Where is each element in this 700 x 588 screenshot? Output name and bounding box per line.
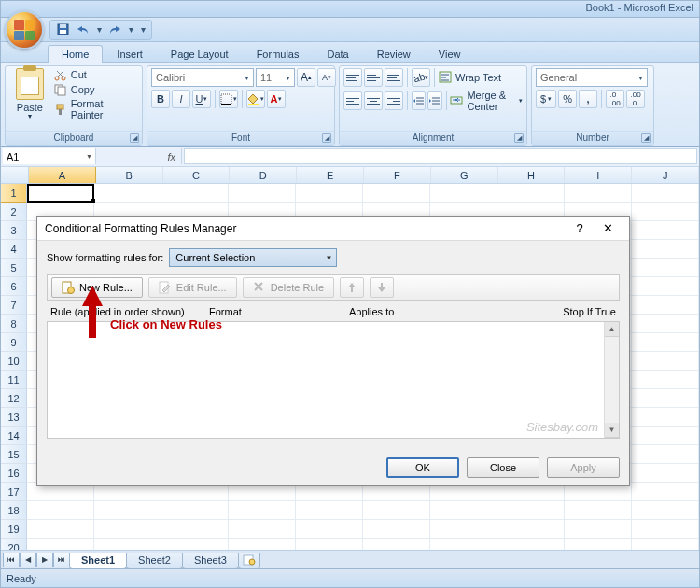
sheet-tab-1[interactable]: Sheet1 — [69, 553, 127, 569]
sheet-nav-next[interactable]: ▶ — [36, 553, 53, 567]
row-header-3[interactable]: 3 — [1, 221, 27, 240]
grow-font-button[interactable]: A▴ — [297, 68, 315, 87]
name-box[interactable]: A1▼ — [3, 148, 96, 164]
clipboard-launcher[interactable]: ◢ — [130, 133, 139, 143]
edit-rule-button[interactable]: Edit Rule... — [148, 277, 237, 298]
tab-page-layout[interactable]: Page Layout — [157, 45, 243, 63]
undo-dropdown-icon[interactable]: ▾ — [95, 21, 103, 38]
row-header-2[interactable]: 2 — [1, 203, 27, 221]
formula-input[interactable] — [184, 148, 697, 164]
row-header-7[interactable]: 7 — [1, 296, 27, 315]
tab-data[interactable]: Data — [313, 45, 362, 63]
row-header-1[interactable]: 1 — [1, 184, 27, 203]
qat-customize-icon[interactable]: ▾ — [138, 21, 147, 38]
tab-review[interactable]: Review — [363, 45, 425, 63]
sheet-nav-prev[interactable]: ◀ — [20, 553, 36, 567]
row-header-17[interactable]: 17 — [1, 483, 27, 501]
col-header-b[interactable]: B — [96, 167, 163, 183]
sheet-nav-last[interactable]: ⏭ — [53, 553, 70, 567]
row-header-16[interactable]: 16 — [1, 464, 27, 483]
tab-insert[interactable]: Insert — [103, 45, 157, 63]
col-header-j[interactable]: J — [632, 167, 699, 183]
cut-button[interactable]: Cut — [54, 68, 138, 81]
insert-sheet-button[interactable] — [238, 553, 260, 569]
row-header-19[interactable]: 19 — [1, 520, 27, 539]
decrease-indent-button[interactable] — [412, 91, 426, 110]
sheet-tab-3[interactable]: Sheet3 — [182, 553, 239, 569]
orientation-button[interactable]: ab▾ — [412, 68, 430, 87]
increase-indent-button[interactable] — [427, 91, 441, 110]
wrap-text-button[interactable]: Wrap Text — [439, 71, 501, 85]
font-color-button[interactable]: A▾ — [267, 90, 286, 108]
row-header-8[interactable]: 8 — [1, 315, 27, 333]
comma-button[interactable]: , — [579, 90, 597, 108]
tab-formulas[interactable]: Formulas — [243, 45, 314, 63]
tab-home[interactable]: Home — [48, 45, 103, 63]
fx-label[interactable]: fx — [98, 148, 182, 164]
move-up-button[interactable] — [340, 277, 364, 298]
accounting-format-button[interactable]: $▾ — [536, 90, 556, 108]
row-header-15[interactable]: 15 — [1, 445, 27, 464]
close-button[interactable]: Close — [467, 457, 539, 478]
row-header-5[interactable]: 5 — [1, 259, 27, 277]
alignment-launcher[interactable]: ◢ — [514, 133, 524, 143]
dialog-titlebar[interactable]: Conditional Formatting Rules Manager ? ✕ — [37, 217, 629, 241]
sheet-tab-2[interactable]: Sheet2 — [126, 553, 183, 569]
save-icon[interactable] — [54, 21, 71, 38]
shrink-font-button[interactable]: A▾ — [317, 68, 336, 87]
decrease-decimal-button[interactable]: .00.0 — [626, 90, 645, 108]
font-size-combo[interactable]: 11▼ — [256, 68, 295, 87]
rules-listbox[interactable]: ▲ ▼ Sitesbay.com — [47, 321, 620, 439]
tab-view[interactable]: View — [425, 45, 475, 63]
redo-dropdown-icon[interactable]: ▾ — [127, 21, 134, 38]
listbox-scrollbar[interactable]: ▲ ▼ — [604, 322, 619, 438]
bold-button[interactable]: B — [151, 90, 170, 108]
show-rules-dropdown[interactable]: Current Selection ▼ — [169, 248, 337, 267]
select-all-corner[interactable] — [1, 167, 29, 183]
increase-decimal-button[interactable]: .0.00 — [606, 90, 624, 108]
scroll-down-icon[interactable]: ▼ — [605, 423, 619, 438]
close-icon[interactable]: ✕ — [594, 219, 622, 238]
sheet-nav-first[interactable]: ⏮ — [3, 553, 20, 567]
row-header-10[interactable]: 10 — [1, 352, 27, 371]
col-header-c[interactable]: C — [163, 167, 231, 183]
font-family-combo[interactable]: Calibri▼ — [151, 68, 254, 87]
fill-color-button[interactable]: ▾ — [246, 90, 265, 108]
col-header-f[interactable]: F — [364, 167, 431, 183]
row-header-4[interactable]: 4 — [1, 240, 27, 259]
font-launcher[interactable]: ◢ — [322, 133, 331, 143]
row-header-13[interactable]: 13 — [1, 408, 27, 427]
percent-button[interactable]: % — [558, 90, 577, 108]
format-painter-button[interactable]: Format Painter — [54, 98, 138, 120]
number-format-combo[interactable]: General▼ — [536, 68, 648, 87]
number-launcher[interactable]: ◢ — [641, 133, 651, 143]
row-header-6[interactable]: 6 — [1, 277, 27, 296]
scroll-up-icon[interactable]: ▲ — [605, 322, 619, 337]
row-header-14[interactable]: 14 — [1, 427, 27, 445]
active-cell-a1[interactable] — [27, 184, 94, 203]
row-header-9[interactable]: 9 — [1, 333, 27, 352]
col-header-a[interactable]: A — [29, 167, 96, 183]
row-header-12[interactable]: 12 — [1, 389, 27, 408]
align-middle-button[interactable] — [364, 68, 383, 87]
redo-icon[interactable] — [106, 21, 123, 38]
merge-center-button[interactable]: Merge & Center ▾ — [450, 90, 523, 112]
row-header-11[interactable]: 11 — [1, 371, 27, 389]
office-button[interactable] — [5, 10, 44, 49]
paste-button[interactable]: Paste ▼ — [9, 68, 50, 119]
underline-button[interactable]: U▾ — [192, 90, 211, 108]
apply-button[interactable]: Apply — [547, 457, 620, 478]
copy-button[interactable]: Copy — [54, 83, 138, 96]
align-top-button[interactable] — [343, 68, 362, 87]
delete-rule-button[interactable]: Delete Rule — [243, 277, 334, 298]
ok-button[interactable]: OK — [386, 457, 459, 478]
row-header-18[interactable]: 18 — [1, 501, 27, 520]
col-header-d[interactable]: D — [230, 167, 297, 183]
align-right-button[interactable] — [385, 91, 403, 110]
align-center-button[interactable] — [364, 91, 383, 110]
border-button[interactable]: ▾ — [219, 90, 238, 108]
undo-icon[interactable] — [75, 21, 91, 38]
col-header-e[interactable]: E — [297, 167, 364, 183]
col-header-i[interactable]: I — [565, 167, 632, 183]
move-down-button[interactable] — [370, 277, 394, 298]
